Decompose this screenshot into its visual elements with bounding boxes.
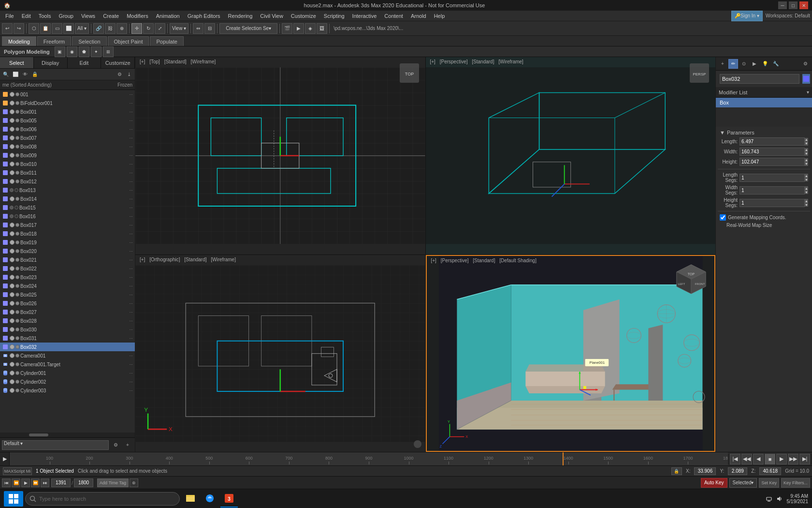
scene-filter-btn[interactable]: 🔍 — [1, 70, 10, 79]
scene-vis2-dot[interactable] — [15, 127, 19, 131]
layer-dropdown[interactable]: Default ▾ — [2, 440, 109, 450]
ls-down[interactable]: ▼ — [805, 178, 808, 181]
scene-vis2-dot[interactable] — [15, 258, 19, 262]
scene-vis2-dot[interactable] — [15, 153, 19, 157]
scene-item[interactable]: Box018 ··· — [0, 229, 135, 238]
motion-panel-btn[interactable]: ▶ — [750, 59, 759, 69]
display-panel-btn[interactable]: 💡 — [760, 59, 770, 69]
scene-hide-btn[interactable]: 👁 — [21, 70, 29, 79]
scene-vis-dot[interactable] — [10, 135, 14, 140]
scene-item[interactable]: Box008 ··· — [0, 142, 135, 151]
select-move-button[interactable]: ✛ — [131, 23, 142, 34]
viewport-nav-arrow[interactable] — [414, 440, 421, 448]
height-segs-input[interactable] — [740, 199, 805, 207]
scene-vis-dot[interactable] — [10, 170, 14, 175]
scene-vis-dot[interactable] — [10, 153, 14, 158]
modifier-box[interactable]: Box — [716, 98, 812, 107]
scene-vis-dot[interactable] — [10, 118, 14, 123]
main-nav-cube[interactable]: TOP LEFT FRONT — [672, 260, 710, 299]
scene-vis2-dot[interactable] — [15, 232, 19, 236]
scene-vis2-dot[interactable] — [14, 188, 18, 192]
lp-tab-customize[interactable]: Customize — [101, 57, 135, 68]
gen-mapping-checkbox[interactable] — [720, 214, 726, 221]
taskbar-edge[interactable] — [201, 490, 218, 508]
scene-vis2-dot[interactable] — [15, 301, 19, 305]
x-coord-input[interactable] — [694, 467, 716, 475]
ls-up[interactable]: ▲ — [805, 174, 808, 178]
width-segs-input[interactable] — [740, 186, 805, 194]
scene-item[interactable]: Box011 ··· — [0, 168, 135, 177]
menu-edit[interactable]: Edit — [18, 12, 34, 20]
scene-item[interactable]: Box007 ··· — [0, 134, 135, 142]
scene-vis2-dot[interactable] — [15, 388, 19, 392]
scene-vis2-dot[interactable] — [15, 179, 19, 183]
prev-frame2-btn[interactable]: ⏪ — [12, 478, 20, 487]
prev-key-btn[interactable]: ◀◀ — [741, 454, 752, 464]
color-swatch[interactable] — [802, 74, 810, 84]
scene-vis2-dot[interactable] — [15, 275, 19, 279]
scene-vis2-dot[interactable] — [15, 345, 19, 349]
menu-content[interactable]: Content — [381, 12, 406, 20]
height-input[interactable] — [740, 158, 805, 166]
scene-item[interactable]: Box021 ··· — [0, 255, 135, 264]
scene-vis-dot[interactable] — [10, 109, 14, 114]
scene-vis-dot[interactable] — [10, 249, 14, 254]
scene-vis-dot[interactable] — [10, 196, 14, 201]
scene-vis-dot[interactable] — [10, 266, 14, 271]
length-segs-input[interactable] — [740, 174, 805, 182]
scene-item[interactable]: BiFoldDoor001 ··· — [0, 99, 135, 107]
scene-item[interactable]: Cylinder001 ··· — [0, 369, 135, 377]
scene-item[interactable]: Box031 ··· — [0, 334, 135, 343]
length-down[interactable]: ▼ — [805, 142, 808, 146]
taskbar-search[interactable]: Type here to search — [25, 492, 180, 506]
maximize-button[interactable]: □ — [789, 1, 798, 9]
length-up[interactable]: ▲ — [805, 138, 808, 142]
scene-vis2-dot[interactable] — [15, 362, 19, 366]
scene-item[interactable]: Box030 ··· — [0, 325, 135, 334]
play-back-btn[interactable]: ◀ — [753, 454, 764, 464]
align-button[interactable]: ⊟ — [204, 23, 215, 34]
scene-vis-dot[interactable] — [10, 318, 14, 323]
length-segs-spinner[interactable]: ▲ ▼ — [805, 174, 808, 181]
scene-vis-dot[interactable] — [10, 188, 14, 192]
scene-item[interactable]: 001 ··· — [0, 90, 135, 99]
menu-scripting[interactable]: Scripting — [320, 12, 348, 20]
scene-vis2-dot[interactable] — [15, 267, 19, 270]
scene-vis2-dot[interactable] — [15, 145, 19, 149]
close-button[interactable]: ✕ — [799, 1, 808, 9]
scene-item[interactable]: Camera001.Target ··· — [0, 360, 135, 369]
length-input[interactable] — [740, 137, 805, 146]
scene-vis-dot[interactable] — [10, 223, 14, 227]
right-panel-options-btn[interactable]: ⚙ — [800, 59, 810, 69]
scene-item[interactable]: Box017 ··· — [0, 221, 135, 229]
modify-panel-btn[interactable]: ✏ — [728, 59, 738, 69]
render-frame-button[interactable]: 🖼 — [317, 23, 327, 34]
next-frame2-btn[interactable]: ⏩ — [31, 478, 40, 487]
select-object-button[interactable]: ⬡ — [29, 23, 39, 34]
scene-vis2-dot[interactable] — [15, 197, 19, 201]
scene-vis2-dot[interactable] — [15, 328, 19, 331]
start-button[interactable] — [4, 491, 23, 507]
next-key-btn[interactable]: ▶▶ — [788, 454, 798, 464]
scene-vis2-dot[interactable] — [15, 371, 19, 375]
scene-item[interactable]: Cylinder003 ··· — [0, 386, 135, 395]
scene-item[interactable]: Box001 ··· — [0, 107, 135, 116]
select-scale-button[interactable]: ⤢ — [155, 23, 165, 34]
lp-tab-select[interactable]: Select — [0, 57, 34, 68]
nav-cube-top[interactable]: TOP — [397, 61, 421, 85]
ribbon-btn-3[interactable]: ⬟ — [79, 46, 89, 57]
scene-vis2-dot[interactable] — [15, 249, 19, 253]
nav-cube-persp-wire[interactable]: PERSP — [687, 61, 711, 85]
scene-vis-dot[interactable] — [10, 379, 14, 384]
tab-populate[interactable]: Populate — [150, 36, 183, 46]
total-frames-input[interactable] — [74, 478, 93, 487]
viewport-persp-shade-label[interactable]: [+] [Perspective] [Standard] [Default Sh… — [430, 258, 538, 263]
scene-item[interactable]: Box014 ··· — [0, 194, 135, 203]
scene-vis2-dot[interactable] — [15, 171, 19, 175]
scene-item[interactable]: Camera001 ··· — [0, 351, 135, 360]
clock-area[interactable]: 9:45 AM 5/19/2021 — [787, 493, 809, 504]
snap-lock-btn[interactable]: 🔒 — [671, 467, 682, 475]
hs-down[interactable]: ▼ — [805, 203, 808, 207]
scene-item[interactable]: Box032 ··· — [0, 343, 135, 351]
scene-vis2-dot[interactable] — [15, 310, 19, 314]
